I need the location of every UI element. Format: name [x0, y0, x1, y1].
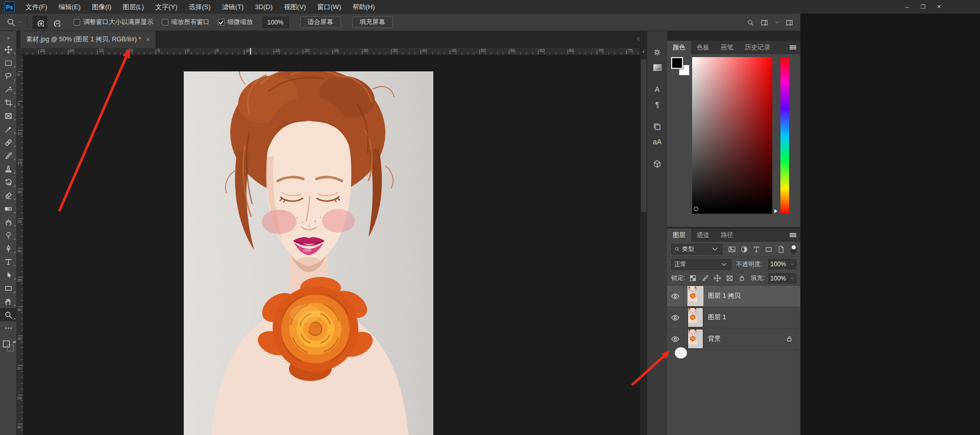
tool-clone-stamp[interactable] — [0, 162, 17, 175]
tool-eraser[interactable] — [0, 189, 17, 202]
layer-visibility-toggle[interactable] — [667, 328, 684, 349]
tool-lasso[interactable] — [0, 69, 17, 83]
tool-smudge[interactable] — [0, 215, 17, 228]
menu-item-2[interactable]: 图像(I) — [86, 0, 117, 14]
lock-transparency-icon[interactable] — [689, 274, 697, 282]
zoom-out-button[interactable] — [49, 16, 63, 29]
tool-crop[interactable] — [0, 96, 17, 109]
restore-button[interactable]: ❐ — [915, 0, 931, 14]
filter-shape-layers-icon[interactable] — [765, 245, 773, 253]
opacity-dropdown[interactable]: 100% — [768, 259, 796, 269]
zoom-percentage-field[interactable]: 100% — [262, 17, 289, 28]
canvas-area[interactable] — [23, 55, 640, 435]
tool-gradient[interactable] — [0, 202, 17, 215]
tool-edit-toolbar[interactable] — [0, 321, 17, 335]
layers-tab-路径[interactable]: 路径 — [715, 228, 739, 242]
tool-move[interactable] — [0, 43, 17, 56]
lock-all-icon[interactable] — [738, 274, 746, 282]
tool-history-brush[interactable] — [0, 175, 17, 189]
layer-thumbnail[interactable] — [688, 329, 703, 348]
option-checkbox-0[interactable]: 调整窗口大小以满屏显示 — [74, 18, 154, 27]
menu-item-4[interactable]: 文字(Y) — [150, 0, 183, 14]
filter-pixel-layers-icon[interactable] — [728, 245, 736, 253]
scroll-up-arrow-icon[interactable]: ▲ — [640, 48, 647, 55]
checkbox[interactable] — [74, 19, 80, 25]
panel-color-swatches[interactable] — [671, 57, 692, 78]
color-tab-颜色[interactable]: 颜色 — [667, 41, 691, 54]
filter-adjustment-layers-icon[interactable] — [740, 245, 748, 253]
canvas-vertical-scrollbar[interactable]: ▲ — [640, 48, 647, 435]
menu-item-10[interactable]: 帮助(H) — [347, 0, 380, 14]
layer-visibility-toggle[interactable] — [667, 286, 684, 306]
tool-rectangle[interactable] — [0, 282, 17, 295]
panel-icon-character[interactable]: A — [647, 82, 668, 97]
foreground-background-colors[interactable]: ⇄ — [0, 340, 17, 355]
layer-thumbnail[interactable] — [688, 308, 703, 327]
checkbox[interactable] — [162, 19, 168, 25]
document-image[interactable] — [184, 71, 433, 435]
layer-filter-type-dropdown[interactable]: 类型 — [671, 244, 722, 254]
tool-frame[interactable] — [0, 109, 17, 122]
lock-image-icon[interactable] — [701, 274, 709, 282]
panel-menu-icon[interactable] — [790, 45, 796, 49]
panel-icon-styles[interactable] — [647, 60, 668, 75]
color-picker-cursor[interactable] — [694, 207, 698, 211]
tool-brush[interactable] — [0, 149, 17, 162]
tool-quick-selection[interactable] — [0, 83, 17, 96]
scrollbar-thumb[interactable] — [641, 59, 646, 212]
current-tool-indicator[interactable] — [6, 17, 22, 27]
tool-path-selection[interactable] — [0, 268, 17, 282]
layer-thumbnail[interactable] — [688, 287, 703, 305]
menu-item-9[interactable]: 窗口(W) — [311, 0, 347, 14]
layer-row[interactable]: 背景 — [667, 328, 800, 350]
toolbar-collapse-icon[interactable]: » — [0, 33, 16, 43]
option-checkbox-2[interactable]: 细微缩放 — [218, 18, 253, 27]
fit-screen-button[interactable]: 适合屏幕 — [300, 16, 341, 28]
close-button[interactable]: ✕ — [931, 0, 947, 14]
tool-eyedropper[interactable] — [0, 122, 17, 136]
panel-menu-icon[interactable] — [790, 233, 796, 237]
workspace-icon[interactable] — [786, 19, 793, 27]
layers-tab-通道[interactable]: 通道 — [691, 228, 715, 242]
tool-zoom[interactable] — [0, 308, 17, 321]
tool-type[interactable] — [0, 255, 17, 268]
fill-screen-button[interactable]: 填充屏幕 — [352, 16, 393, 28]
opacity-value[interactable]: 100% — [768, 259, 789, 269]
layer-visibility-toggle[interactable] — [667, 307, 684, 328]
search-icon[interactable] — [747, 19, 754, 27]
workspace-layout-icon[interactable] — [761, 19, 768, 27]
tool-spot-healing-brush[interactable] — [0, 136, 17, 149]
panel-foreground-swatch[interactable] — [671, 57, 683, 69]
menu-item-5[interactable]: 选择(S) — [183, 0, 216, 14]
zoom-in-button[interactable] — [33, 16, 47, 29]
layer-row[interactable]: 图层 1 — [667, 307, 800, 328]
document-tab[interactable]: 素材.jpg @ 50% (图层 1 拷贝, RGB/8#) * × — [20, 31, 156, 48]
menu-item-0[interactable]: 文件(F) — [20, 0, 53, 14]
tool-dodge[interactable] — [0, 228, 17, 242]
hue-slider[interactable] — [780, 57, 789, 214]
layer-filter-toggle[interactable] — [791, 245, 796, 254]
menu-item-8[interactable]: 视图(V) — [278, 0, 311, 14]
blend-mode-dropdown[interactable]: 正常 — [671, 259, 731, 270]
menu-item-1[interactable]: 编辑(E) — [53, 0, 86, 14]
swap-colors-icon[interactable]: ⇄ — [13, 340, 16, 344]
collapse-dock-icon[interactable] — [636, 36, 642, 42]
saturation-brightness-field[interactable] — [692, 57, 772, 214]
minimize-button[interactable]: ─ — [899, 0, 915, 14]
chevron-down-icon[interactable] — [774, 20, 779, 25]
color-tab-画笔[interactable]: 画笔 — [715, 41, 739, 54]
filter-smart-objects-icon[interactable] — [777, 245, 785, 253]
tool-pen[interactable] — [0, 242, 17, 255]
menu-item-6[interactable]: 滤镜(T) — [216, 0, 250, 14]
layer-row[interactable]: 图层 1 拷贝 — [667, 286, 800, 307]
fill-dropdown[interactable]: 100% — [768, 273, 796, 284]
panel-icon-adjustments[interactable] — [647, 44, 668, 60]
tool-rectangular-marquee[interactable] — [0, 56, 17, 69]
foreground-color-swatch[interactable] — [3, 341, 10, 347]
filter-type-layers-icon[interactable] — [752, 245, 761, 253]
option-checkbox-1[interactable]: 缩放所有窗口 — [162, 18, 210, 27]
lock-position-icon[interactable] — [714, 274, 721, 282]
tool-hand[interactable] — [0, 295, 17, 308]
panel-icon-glyphs[interactable]: aA — [647, 134, 668, 149]
menu-item-7[interactable]: 3D(D) — [249, 0, 278, 14]
